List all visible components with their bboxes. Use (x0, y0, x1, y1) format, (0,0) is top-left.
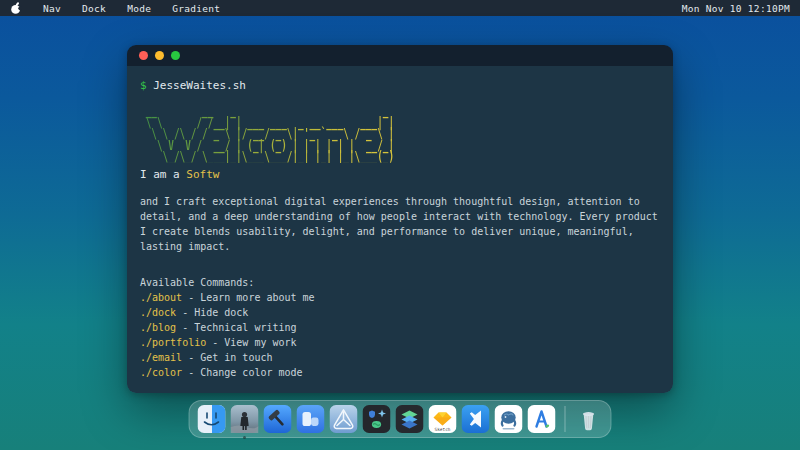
commands-title: Available Commands: (140, 275, 659, 290)
dock-developer-app-icon[interactable] (528, 405, 556, 433)
terminal-body: $ JesseWaites.sh __ __ _ _ \ \ / /__| | … (127, 66, 673, 393)
menu-item-nav[interactable]: Nav (43, 3, 61, 14)
menu-bar: Nav Dock Mode Gradient Mon Nov 10 12:10P… (0, 0, 800, 16)
window-titlebar[interactable] (127, 45, 673, 66)
dock-propeller-app-icon[interactable] (330, 405, 358, 433)
dock-vscode-icon[interactable] (462, 405, 490, 433)
menu-item-gradient[interactable]: Gradient (172, 3, 220, 14)
dock-sketch-icon[interactable]: Sketch (429, 405, 457, 433)
dock-postgres-app-icon[interactable] (495, 405, 523, 433)
sketch-label: Sketch (435, 427, 451, 432)
terminal-window: $ JesseWaites.sh __ __ _ _ \ \ / /__| | … (127, 45, 673, 393)
typing-highlight: Softw (186, 168, 219, 181)
dock-trash-icon[interactable] (575, 405, 603, 433)
dock-finder-icon[interactable] (198, 405, 226, 433)
apple-logo-icon (10, 2, 22, 15)
dock-layers-app-icon[interactable] (396, 405, 424, 433)
script-name: JesseWaites.sh (153, 79, 246, 92)
dock: Sketch (189, 400, 612, 438)
prompt-line: $ JesseWaites.sh (140, 78, 659, 93)
dock-window-manager-app-icon[interactable] (297, 405, 325, 433)
menu-item-dock[interactable]: Dock (82, 3, 106, 14)
command-color[interactable]: ./color - Change color mode (140, 365, 659, 380)
dock-shapes-app-icon[interactable] (363, 405, 391, 433)
command-about[interactable]: ./about - Learn more about me (140, 290, 659, 305)
minimize-button[interactable] (155, 51, 164, 60)
typing-line: I am a Softw (140, 167, 659, 182)
bio-paragraph: and I craft exceptional digital experien… (140, 194, 659, 254)
dock-hammer-app-icon[interactable] (264, 405, 292, 433)
command-email[interactable]: ./email - Get in touch (140, 350, 659, 365)
dock-divider (565, 406, 566, 432)
welcome-ascii-art: __ __ _ _ \ \ / /__| | ___ ___ _ __ ___ … (140, 105, 394, 163)
command-blog[interactable]: ./blog - Technical writing (140, 320, 659, 335)
close-button[interactable] (139, 51, 148, 60)
menu-clock[interactable]: Mon Nov 10 12:10PM (682, 3, 790, 14)
desktop: Nav Dock Mode Gradient Mon Nov 10 12:10P… (0, 0, 800, 450)
running-indicator-dot (243, 436, 246, 439)
prompt-symbol: $ (140, 79, 147, 92)
command-portfolio[interactable]: ./portfolio - View my work (140, 335, 659, 350)
menu-item-mode[interactable]: Mode (127, 3, 151, 14)
zoom-button[interactable] (171, 51, 180, 60)
dock-profile-photo-icon[interactable] (231, 405, 259, 433)
command-dock[interactable]: ./dock - Hide dock (140, 305, 659, 320)
apple-menu[interactable] (10, 2, 22, 15)
